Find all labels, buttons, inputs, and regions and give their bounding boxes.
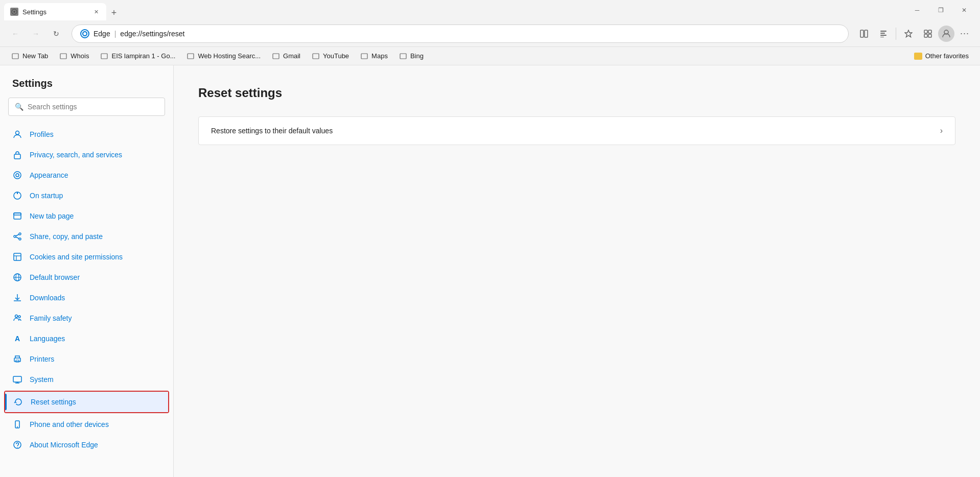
- sidebar-item-profiles[interactable]: Profiles: [0, 124, 173, 145]
- fav-bing[interactable]: Bing: [394, 50, 429, 62]
- fav-new-tab[interactable]: New Tab: [6, 50, 53, 62]
- fav-gmail[interactable]: Gmail: [267, 50, 306, 62]
- default-browser-label: Default browser: [30, 273, 80, 281]
- restore-button[interactable]: ❐: [929, 0, 952, 20]
- fav-gmail-icon: [272, 52, 280, 60]
- reset-settings-label: Reset settings: [31, 398, 76, 406]
- more-button[interactable]: ···: [955, 25, 974, 43]
- svg-rect-17: [188, 54, 194, 59]
- sidebar-item-about[interactable]: About Microsoft Edge: [0, 435, 173, 455]
- sidebar-item-downloads[interactable]: Downloads: [0, 288, 173, 308]
- refresh-button[interactable]: ↻: [47, 25, 65, 43]
- about-label: About Microsoft Edge: [30, 441, 98, 449]
- fav-webhosting[interactable]: Web Hosting Searc...: [181, 50, 266, 62]
- default-browser-icon: [12, 272, 22, 282]
- other-favorites-button[interactable]: Other favorites: [909, 50, 974, 62]
- svg-rect-7: [880, 37, 884, 37]
- fav-youtube-icon: [312, 52, 320, 60]
- sidebar-item-cookies[interactable]: Cookies and site permissions: [0, 247, 173, 267]
- cookies-icon: [12, 252, 22, 262]
- system-icon: [12, 374, 22, 385]
- address-bar[interactable]: Edge | edge://settings/reset: [72, 25, 849, 43]
- sidebar-item-system[interactable]: System: [0, 369, 173, 390]
- svg-point-31: [14, 235, 16, 237]
- sidebar-title: Settings: [0, 78, 173, 98]
- sidebar-item-printers[interactable]: Printers: [0, 349, 173, 369]
- svg-point-25: [16, 174, 19, 177]
- sidebar-item-new-tab[interactable]: New tab page: [0, 206, 173, 226]
- fav-maps-label: Maps: [371, 52, 388, 60]
- tab-favicon: [10, 8, 18, 16]
- new-tab-page-label: New tab page: [30, 212, 74, 220]
- fav-eis[interactable]: EIS lampiran 1 - Go...: [95, 50, 180, 62]
- forward-button[interactable]: →: [27, 25, 45, 43]
- sidebar-item-reset-settings[interactable]: Reset settings: [5, 392, 168, 412]
- collections-button[interactable]: [919, 25, 937, 43]
- svg-line-33: [16, 234, 19, 236]
- sidebar-item-languages[interactable]: A Languages: [0, 328, 173, 349]
- profiles-label: Profiles: [30, 130, 54, 138]
- sidebar-item-default-browser[interactable]: Default browser: [0, 267, 173, 288]
- svg-rect-16: [101, 54, 107, 59]
- favorites-button[interactable]: [899, 25, 918, 43]
- svg-point-22: [16, 131, 19, 135]
- toolbar: ← → ↻ Edge | edge://settings/reset ···: [0, 20, 980, 47]
- reading-view-button[interactable]: [874, 25, 893, 43]
- fav-youtube-label: YouTube: [323, 52, 349, 60]
- tab-title: Settings: [22, 8, 88, 16]
- fav-maps[interactable]: Maps: [355, 50, 393, 62]
- close-button[interactable]: ✕: [952, 0, 976, 20]
- sidebar-item-appearance[interactable]: Appearance: [0, 165, 173, 185]
- share-copy-icon: [12, 231, 22, 242]
- svg-rect-14: [12, 54, 18, 59]
- split-screen-button[interactable]: [855, 25, 873, 43]
- new-tab-button[interactable]: +: [106, 5, 122, 20]
- minimize-button[interactable]: ─: [905, 0, 929, 20]
- search-box[interactable]: 🔍: [8, 98, 165, 116]
- fav-whois-icon: [59, 52, 67, 60]
- svg-rect-29: [14, 213, 21, 215]
- sidebar-item-privacy[interactable]: Privacy, search, and services: [0, 145, 173, 165]
- sidebar-item-family-safety[interactable]: Family safety: [0, 308, 173, 328]
- restore-defaults-row[interactable]: Restore settings to their default values…: [198, 116, 955, 145]
- svg-rect-9: [924, 30, 927, 33]
- printers-label: Printers: [30, 355, 54, 363]
- svg-point-32: [19, 238, 21, 240]
- tab-close-button[interactable]: ✕: [92, 8, 100, 16]
- svg-rect-23: [14, 154, 20, 159]
- fav-new-tab-label: New Tab: [22, 52, 48, 60]
- svg-rect-5: [880, 33, 885, 34]
- svg-point-53: [17, 447, 17, 447]
- privacy-icon: [12, 150, 22, 160]
- fav-whois[interactable]: Whois: [54, 50, 94, 62]
- address-brand: Edge: [94, 30, 110, 38]
- appearance-label: Appearance: [30, 171, 68, 179]
- svg-rect-4: [880, 31, 886, 32]
- family-safety-label: Family safety: [30, 314, 72, 322]
- sidebar-item-on-startup[interactable]: On startup: [0, 185, 173, 206]
- search-input[interactable]: [28, 103, 158, 111]
- svg-rect-46: [16, 360, 19, 362]
- back-button[interactable]: ←: [6, 25, 25, 43]
- svg-marker-8: [905, 30, 912, 37]
- tab-area: Settings ✕ +: [4, 0, 903, 20]
- fav-eis-label: EIS lampiran 1 - Go...: [111, 52, 175, 60]
- edge-logo-icon: [80, 29, 89, 38]
- appearance-icon: [12, 170, 22, 180]
- fav-new-tab-icon: [11, 52, 19, 60]
- svg-rect-18: [273, 54, 279, 59]
- downloads-icon: [12, 293, 22, 303]
- sidebar-item-phone-devices[interactable]: Phone and other devices: [0, 414, 173, 435]
- languages-label: Languages: [30, 335, 65, 343]
- sidebar-item-share-copy[interactable]: Share, copy, and paste: [0, 226, 173, 247]
- address-separator: |: [114, 30, 116, 38]
- fav-youtube[interactable]: YouTube: [307, 50, 354, 62]
- chevron-right-icon: ›: [940, 126, 943, 135]
- svg-rect-19: [313, 54, 319, 59]
- other-favorites-label: Other favorites: [925, 52, 969, 60]
- profile-button[interactable]: [938, 26, 954, 42]
- svg-rect-15: [60, 54, 66, 59]
- reset-settings-icon: [13, 397, 24, 407]
- settings-tab[interactable]: Settings ✕: [4, 3, 106, 20]
- privacy-label: Privacy, search, and services: [30, 151, 122, 159]
